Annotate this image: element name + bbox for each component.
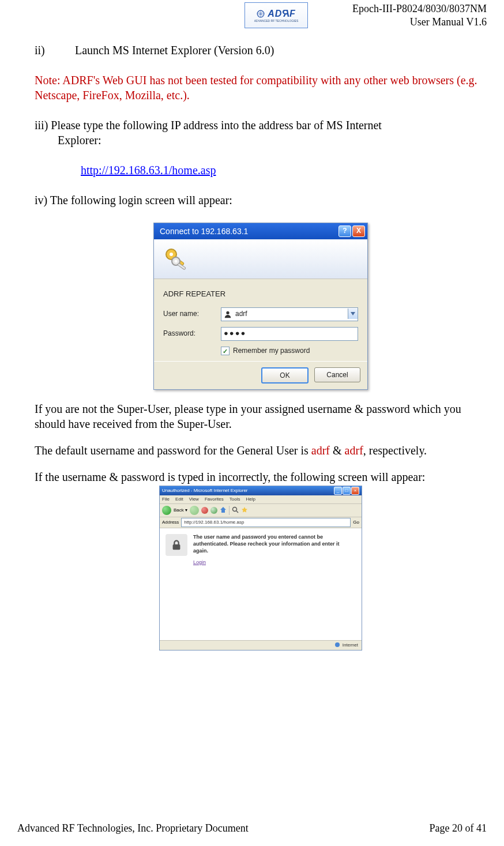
product-name: Epoch-III-P8024/8030/8037NM [319,2,487,16]
login-link[interactable]: Login [193,559,356,566]
creds-amp: & [330,444,345,457]
item-ii-text: Launch MS Internet Explorer (Version 6.0… [75,43,274,58]
connect-dialog: Connect to 192.168.63.1 ? X ADRF REPEATE… [153,223,368,390]
auth-realm: ADRF REPEATER [163,289,358,299]
wrong-login-para: If the username & password is typed in i… [35,469,487,484]
super-user-para: If you are not the Super-User, please ty… [35,401,487,431]
search-icon[interactable] [232,506,239,515]
svg-point-5 [175,260,178,263]
ok-button[interactable]: OK [261,367,309,383]
password-row: Password: ●●●● [163,327,358,341]
menu-help[interactable]: Help [246,497,255,502]
svg-line-9 [236,511,238,513]
ie-content: The user name and password you entered c… [160,528,362,640]
minimize-icon[interactable]: _ [334,487,342,495]
page-header: ADRF ADVANCED RF TECHNOLOGIES Epoch-III-… [17,0,487,28]
adrf-logo: ADRF ADVANCED RF TECHNOLOGIES [245,2,308,28]
refresh-icon[interactable] [210,507,217,514]
item-ii-number: ii) [35,43,75,58]
go-button[interactable]: Go [353,520,359,525]
dialog-titlebar: Connect to 192.168.63.1 ? X [154,223,367,239]
dialog-body: ADRF REPEATER User name: adrf [154,279,367,361]
compatibility-note: Note: ADRF's Web GUI has not been tested… [35,73,487,103]
menu-file[interactable]: File [162,497,170,502]
ie-addressbar: Address http://192.168.63.1/home.asp Go [160,517,362,528]
help-icon[interactable]: ? [338,225,351,237]
stop-icon[interactable] [201,507,208,514]
status-text: Internet [343,642,358,648]
default-username: adrf [311,444,330,457]
creds-suffix: , respectively. [363,444,427,457]
ie-toolbar: Back ▾ [160,504,362,517]
creds-prefix: The default username and password for th… [35,444,311,457]
globe-icon [334,642,340,649]
close-icon[interactable]: X [352,225,365,237]
cancel-button[interactable]: Cancel [314,367,360,382]
default-creds-para: The default username and password for th… [35,443,487,458]
password-value: ●●●● [224,329,246,339]
svg-rect-10 [173,545,180,550]
header-right: Epoch-III-P8024/8030/8037NM User Manual … [319,2,487,28]
ip-url-link[interactable]: http://192.168.63.1/home.asp [81,163,487,178]
remember-label: Remember my password [233,347,310,356]
favorites-icon[interactable] [241,506,248,515]
back-icon[interactable] [162,506,171,515]
address-label: Address [162,520,179,525]
default-password: adrf [345,444,363,457]
ie-titlebar: Unauthorized - Microsoft Internet Explor… [160,486,362,495]
address-value: http://192.168.63.1/home.asp [184,520,244,525]
close-icon[interactable]: × [351,487,359,495]
forward-icon[interactable] [190,506,199,515]
ie-statusbar: Internet [160,640,362,650]
login-dialog-figure: Connect to 192.168.63.1 ? X ADRF REPEATE… [35,223,487,390]
logo-area: ADRF ADVANCED RF TECHNOLOGIES [17,2,319,28]
menu-tools[interactable]: Tools [230,497,240,502]
keys-icon [162,244,190,272]
footer-right: Page 20 of 41 [430,822,487,834]
password-label: Password: [163,329,221,339]
error-screen-figure: Unauthorized - Microsoft Internet Explor… [35,486,487,651]
remember-checkbox[interactable]: ✓ [221,347,230,355]
maximize-icon[interactable]: □ [343,487,351,495]
person-icon [224,310,232,318]
svg-point-11 [335,642,340,647]
footer-left: Advanced RF Technologies, Inc. Proprieta… [17,822,249,834]
lock-icon [166,534,187,556]
password-field[interactable]: ●●●● [221,327,358,341]
svg-point-7 [226,311,229,314]
menu-view[interactable]: View [189,497,199,502]
manual-version: User Manual V1.6 [319,16,487,29]
item-iii: iii) Please type the following IP addres… [35,118,487,148]
svg-point-2 [170,253,173,256]
item-iv: iv) The following login screen will appe… [35,193,487,208]
item-iii-line2: Explorer: [35,133,487,148]
dialog-title: Connect to 192.168.63.1 [160,226,337,236]
ie-window: Unauthorized - Microsoft Internet Explor… [159,486,362,651]
document-content: ii) Launch MS Internet Explorer (Version… [17,28,487,651]
username-field[interactable]: adrf [221,307,358,321]
address-field[interactable]: http://192.168.63.1/home.asp [181,518,351,527]
home-icon[interactable] [220,506,227,515]
ie-menubar: File Edit View Favorites Tools Help [160,495,362,504]
menu-favorites[interactable]: Favorites [205,497,224,502]
menu-edit[interactable]: Edit [175,497,183,502]
username-value: adrf [235,310,247,319]
dropdown-icon[interactable] [348,309,358,319]
dialog-buttons: OK Cancel [154,361,367,389]
dialog-banner [154,239,367,279]
ie-title-text: Unauthorized - Microsoft Internet Explor… [162,488,248,494]
page-footer: Advanced RF Technologies, Inc. Proprieta… [17,822,487,834]
username-row: User name: adrf [163,307,358,321]
item-ii: ii) Launch MS Internet Explorer (Version… [35,43,487,58]
username-label: User name: [163,310,221,319]
svg-point-8 [233,507,237,511]
remember-row[interactable]: ✓ Remember my password [221,347,358,356]
item-iii-line1: iii) Please type the following IP addres… [35,118,487,133]
auth-error-text: The user name and password you entered c… [193,534,356,554]
